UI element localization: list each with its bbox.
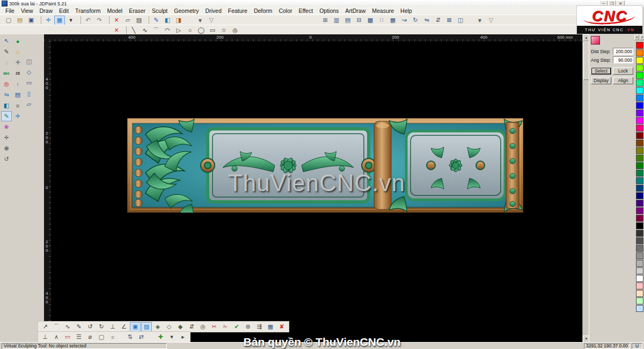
drop-icon[interactable]: ▾: [166, 332, 177, 342]
palette-color-swatch[interactable]: [636, 252, 643, 259]
menu-model[interactable]: Model: [104, 8, 126, 14]
stack-icon[interactable]: ☰: [74, 332, 84, 342]
flip-vertical-icon[interactable]: ⇵: [186, 322, 197, 332]
palette-color-swatch[interactable]: [636, 200, 643, 207]
menu-draw[interactable]: Draw: [36, 8, 56, 14]
view-front-icon[interactable]: ▯: [24, 89, 34, 99]
weld-icon[interactable]: ⊠: [444, 16, 455, 25]
palette-color-swatch[interactable]: [636, 237, 643, 244]
menu-artdraw[interactable]: ArtDraw: [342, 8, 369, 14]
mesh-icon[interactable]: ▦: [387, 16, 398, 25]
select-dropdown-icon[interactable]: ▾: [65, 16, 76, 25]
mirror-tool-icon[interactable]: ⇋: [1, 90, 12, 100]
palette-color-swatch[interactable]: [636, 222, 643, 229]
curve-raise-icon[interactable]: ↗: [40, 322, 50, 332]
dist-step-input[interactable]: [613, 48, 633, 55]
refresh-tool-icon[interactable]: ↺: [1, 154, 12, 164]
menu-effect[interactable]: Effect: [295, 8, 316, 14]
palette-color-swatch[interactable]: [636, 132, 643, 139]
palette-color-swatch[interactable]: [636, 140, 643, 147]
palette-collapse-icon[interactable]: ▾: [634, 35, 639, 40]
trim-icon[interactable]: ✂: [209, 322, 219, 332]
layers-icon[interactable]: ≡: [12, 100, 23, 111]
anchor-bottom-icon[interactable]: ⊥: [40, 332, 50, 342]
view-side-icon[interactable]: ▱: [24, 99, 34, 110]
cascade-icon[interactable]: ⇶: [254, 322, 265, 332]
star-icon[interactable]: ☆: [218, 25, 229, 35]
menu-drived[interactable]: Drived: [202, 8, 224, 14]
ring-icon[interactable]: ◎: [230, 25, 240, 35]
menu-transform[interactable]: Transform: [72, 8, 104, 14]
select-button[interactable]: Select: [591, 67, 611, 75]
array-col-icon[interactable]: ▤: [342, 16, 353, 25]
palette-color-swatch[interactable]: [636, 110, 643, 117]
pin-icon[interactable]: ✚: [12, 57, 23, 68]
redo-icon[interactable]: ↷: [94, 16, 105, 25]
perpendicular-icon[interactable]: ⊥: [107, 322, 118, 332]
layer-book-icon[interactable]: ▤: [12, 90, 23, 100]
palette-color-swatch[interactable]: [636, 290, 643, 297]
curve-icon[interactable]: ⌒: [151, 25, 162, 35]
array-row-icon[interactable]: ▥: [331, 16, 342, 25]
palette-color-swatch[interactable]: [636, 57, 643, 64]
menu-file[interactable]: File: [2, 8, 18, 14]
brush-icon[interactable]: ✎: [151, 16, 162, 25]
menu-geometry[interactable]: Geometry: [171, 8, 202, 14]
circle-icon[interactable]: ○: [185, 25, 195, 35]
palette-color-swatch[interactable]: [636, 260, 643, 267]
palette-color-swatch[interactable]: [636, 207, 643, 214]
palette-color-swatch[interactable]: [636, 305, 643, 312]
menu-color[interactable]: Color: [275, 8, 295, 14]
ang-step-input[interactable]: [613, 56, 633, 63]
swap-v-icon[interactable]: ⇅: [125, 332, 135, 342]
material-fill-icon[interactable]: ◧: [162, 16, 173, 25]
palette-color-swatch[interactable]: [636, 215, 643, 222]
palette-color-swatch[interactable]: [636, 87, 643, 94]
view-box-icon[interactable]: ◫: [24, 56, 34, 67]
seal-icon[interactable]: ▽: [206, 16, 217, 25]
palette-color-swatch[interactable]: [636, 170, 643, 177]
grid-snap-icon[interactable]: ∷: [376, 16, 387, 25]
menu-measure[interactable]: Measure: [369, 8, 397, 14]
combine-icon[interactable]: ◫: [455, 16, 466, 25]
palette-color-swatch[interactable]: [636, 42, 643, 49]
stamp-2-icon[interactable]: ▼: [474, 16, 485, 25]
palette-color-swatch[interactable]: [636, 275, 643, 282]
delete-icon[interactable]: ✕: [111, 16, 122, 25]
curve-wave-icon[interactable]: ∿: [62, 322, 73, 332]
settings-icon[interactable]: ⊛: [243, 322, 253, 332]
select-arrow-icon[interactable]: ↖: [1, 36, 12, 46]
close-small-icon[interactable]: ✕: [111, 25, 122, 35]
palette-color-swatch[interactable]: [636, 282, 643, 289]
lines-icon[interactable]: ≡: [107, 332, 118, 342]
rotate-array-icon[interactable]: ↻: [410, 16, 421, 25]
sculpt-brush-icon[interactable]: ✎: [1, 111, 12, 121]
arrow-up-icon[interactable]: ↑: [12, 79, 23, 89]
drawing-canvas[interactable]: ThuVienCNC.vn: [51, 41, 582, 343]
lock-button[interactable]: Lock: [613, 67, 633, 75]
palette-color-swatch[interactable]: [636, 185, 643, 192]
light-icon[interactable]: ☼: [12, 47, 23, 57]
palette-color-swatch[interactable]: [636, 267, 643, 274]
palette-close-icon[interactable]: ✕: [640, 35, 644, 40]
palette-color-swatch[interactable]: [636, 147, 643, 154]
cancel-icon[interactable]: ✘: [276, 322, 287, 332]
color-mode-icon[interactable]: ◨: [173, 16, 184, 25]
palette-color-swatch[interactable]: [636, 245, 643, 252]
arc-icon[interactable]: ◠: [162, 25, 173, 35]
rotate-ccw-icon[interactable]: ↺: [85, 322, 96, 332]
swap-h-icon[interactable]: ⇄: [136, 332, 147, 342]
palette-color-swatch[interactable]: [636, 125, 643, 132]
peak-icon[interactable]: ∧: [51, 332, 62, 342]
mirror-h-icon[interactable]: ⇋: [421, 16, 432, 25]
angle-icon[interactable]: ∠: [119, 322, 129, 332]
align-button[interactable]: Align: [613, 77, 633, 84]
path-array-icon[interactable]: ↝: [399, 16, 409, 25]
sphere-view-icon[interactable]: ●: [12, 36, 23, 46]
flat-rect-icon[interactable]: ▭: [62, 332, 73, 342]
square-open-icon[interactable]: ▢: [96, 332, 107, 342]
curve-arc-icon[interactable]: ⌒: [51, 322, 62, 332]
new-icon[interactable]: ▢: [3, 16, 14, 25]
open-icon[interactable]: ▤: [14, 16, 25, 25]
ellipse-icon[interactable]: ◯: [196, 25, 207, 35]
